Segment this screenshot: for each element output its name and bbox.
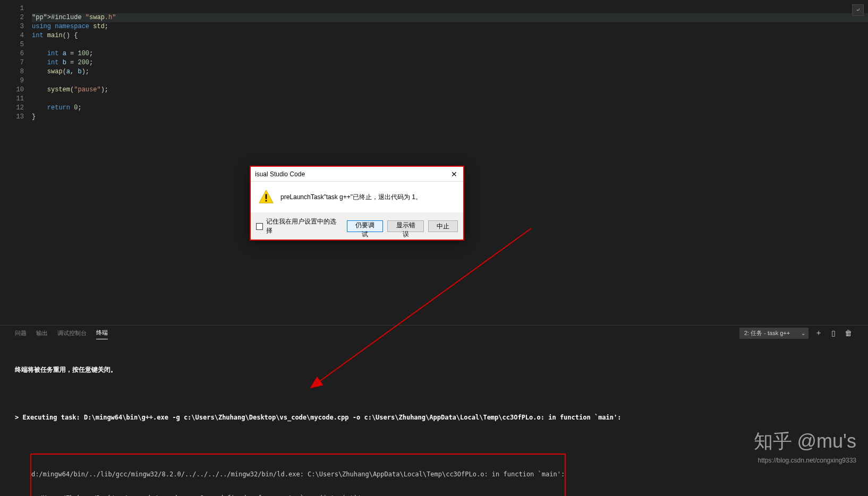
- terminal-line: > Executing task: D:\mingw64\bin\g++.exe…: [15, 414, 853, 422]
- error-highlight-box: d:/mingw64/bin/../lib/gcc/mingw32/8.2.0/…: [30, 454, 566, 496]
- tab-problems[interactable]: 问题: [15, 327, 27, 339]
- code-area[interactable]: "pp">#include "swap.h"using namespace st…: [32, 0, 868, 319]
- wrap-icon[interactable]: ⤶: [852, 4, 864, 16]
- task-selector[interactable]: 2: 任务 - task g++ ⌄: [739, 328, 809, 339]
- dialog-message: preLaunchTask"task g++"已终止，退出代码为 1。: [280, 193, 422, 202]
- warning-icon: [258, 189, 274, 205]
- bottom-panel: 问题 输出 调试控制台 终端 2: 任务 - task g++ ⌄ ＋ ▯ 🗑 …: [0, 325, 868, 496]
- panel-actions: 2: 任务 - task g++ ⌄ ＋ ▯ 🗑: [739, 328, 853, 339]
- checkbox-label: 记住我在用户设置中的选择: [266, 217, 342, 235]
- error-dialog: isual Studio Code ✕ preLaunchTask"task g…: [250, 166, 464, 241]
- terminal-line: d:/mingw64/bin/../lib/gcc/mingw32/8.2.0/…: [31, 471, 565, 478]
- svg-rect-2: [266, 200, 267, 202]
- terminal-line: 终端将被任务重用，按任意键关闭。: [15, 366, 853, 374]
- task-select-label: 2: 任务 - task g++: [739, 328, 809, 339]
- tab-terminal[interactable]: 终端: [96, 327, 108, 339]
- checkbox-icon: [256, 223, 263, 230]
- show-error-button[interactable]: 显示错误: [387, 220, 424, 232]
- terminal-line: [15, 390, 853, 398]
- code-editor[interactable]: 12345678910111213 "pp">#include "swap.h"…: [0, 0, 868, 319]
- line-gutter: 12345678910111213: [0, 0, 32, 319]
- dialog-title: isual Studio Code: [254, 170, 305, 178]
- tab-debug-console[interactable]: 调试控制台: [57, 327, 87, 339]
- panel-tabs: 问题 输出 调试控制台 终端 2: 任务 - task g++ ⌄ ＋ ▯ 🗑: [0, 326, 868, 340]
- terminal-line: [15, 438, 853, 446]
- abort-button[interactable]: 中止: [428, 220, 458, 232]
- debug-anyway-button[interactable]: 仍要调试: [347, 220, 384, 232]
- remember-checkbox[interactable]: 记住我在用户设置中的选择: [256, 217, 342, 235]
- terminal-content[interactable]: 终端将被任务重用，按任意键关闭。 > Executing task: D:\mi…: [0, 340, 868, 496]
- dialog-body: preLaunchTask"task g++"已终止，退出代码为 1。: [251, 182, 463, 212]
- svg-rect-1: [266, 194, 267, 199]
- new-terminal-icon[interactable]: ＋: [814, 328, 823, 338]
- dialog-buttons: 仍要调试 显示错误 中止: [347, 220, 458, 232]
- split-terminal-icon[interactable]: ▯: [829, 329, 838, 337]
- close-icon[interactable]: ✕: [448, 168, 460, 180]
- tab-output[interactable]: 输出: [36, 327, 48, 339]
- trash-icon[interactable]: 🗑: [844, 329, 853, 337]
- dialog-titlebar: isual Studio Code ✕: [251, 167, 463, 182]
- dialog-footer: 记住我在用户设置中的选择 仍要调试 显示错误 中止: [251, 212, 463, 240]
